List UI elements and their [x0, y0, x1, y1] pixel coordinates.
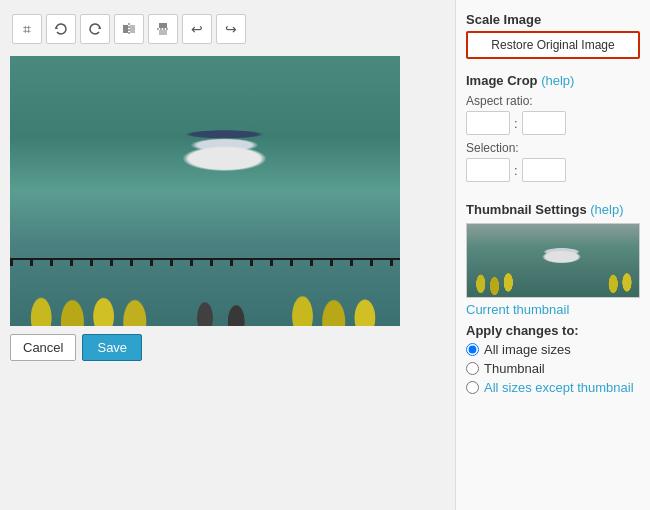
thumbnail-preview: [466, 223, 640, 298]
radio-thumbnail-label[interactable]: Thumbnail: [484, 361, 545, 376]
selection-y-input[interactable]: [522, 158, 566, 182]
svg-rect-1: [130, 25, 135, 33]
crop-button[interactable]: ⌗: [12, 14, 42, 44]
radio-thumbnail-input[interactable]: [466, 362, 479, 375]
scale-section: Scale Image Restore Original Image: [466, 12, 640, 59]
main-image-area: [10, 56, 400, 326]
radio-except-label[interactable]: All sizes except thumbnail: [484, 380, 634, 395]
crop-title: Image Crop: [466, 73, 538, 88]
radio-except-input[interactable]: [466, 381, 479, 394]
cancel-button[interactable]: Cancel: [10, 334, 76, 361]
thumbnail-title: Thumbnail Settings: [466, 202, 587, 217]
redo-button[interactable]: ↪: [216, 14, 246, 44]
left-panel: ⌗: [0, 0, 455, 510]
undo-button[interactable]: ↩: [182, 14, 212, 44]
aspect-ratio-x-input[interactable]: [466, 111, 510, 135]
thumbnail-help-link[interactable]: (help): [590, 202, 623, 217]
flip-vertical-button[interactable]: [148, 14, 178, 44]
crop-section: Image Crop (help) Aspect ratio: : Select…: [466, 73, 640, 188]
rotate-ccw-button[interactable]: [46, 14, 76, 44]
radio-all-sizes-label[interactable]: All image sizes: [484, 342, 571, 357]
radio-thumbnail: Thumbnail: [466, 361, 640, 376]
crop-help-link[interactable]: (help): [541, 73, 574, 88]
selection-x-input[interactable]: [466, 158, 510, 182]
rotate-cw-button[interactable]: [80, 14, 110, 44]
restore-original-button[interactable]: Restore Original Image: [466, 31, 640, 59]
action-buttons: Cancel Save: [10, 334, 445, 361]
apply-changes-label: Apply changes to:: [466, 323, 640, 338]
selection-colon: :: [514, 163, 518, 178]
aspect-ratio-colon: :: [514, 116, 518, 131]
aspect-ratio-label: Aspect ratio:: [466, 94, 640, 108]
aspect-ratio-y-input[interactable]: [522, 111, 566, 135]
save-button[interactable]: Save: [82, 334, 142, 361]
radio-all-sizes: All image sizes: [466, 342, 640, 357]
radio-except-thumbnail: All sizes except thumbnail: [466, 380, 640, 395]
radio-all-sizes-input[interactable]: [466, 343, 479, 356]
aspect-ratio-row: :: [466, 111, 640, 135]
toolbar: ⌗: [10, 10, 445, 48]
flip-horizontal-button[interactable]: [114, 14, 144, 44]
selection-row: :: [466, 158, 640, 182]
right-panel: Scale Image Restore Original Image Image…: [455, 0, 650, 510]
image-scene: [10, 56, 400, 326]
svg-rect-4: [159, 30, 167, 35]
scale-title: Scale Image: [466, 12, 640, 27]
poncho-people: [10, 246, 400, 326]
svg-rect-0: [123, 25, 128, 33]
svg-rect-3: [159, 23, 167, 28]
current-thumbnail-label: Current thumbnail: [466, 302, 640, 317]
selection-label: Selection:: [466, 141, 640, 155]
thumbnail-section: Thumbnail Settings (help) Current thumbn…: [466, 202, 640, 399]
